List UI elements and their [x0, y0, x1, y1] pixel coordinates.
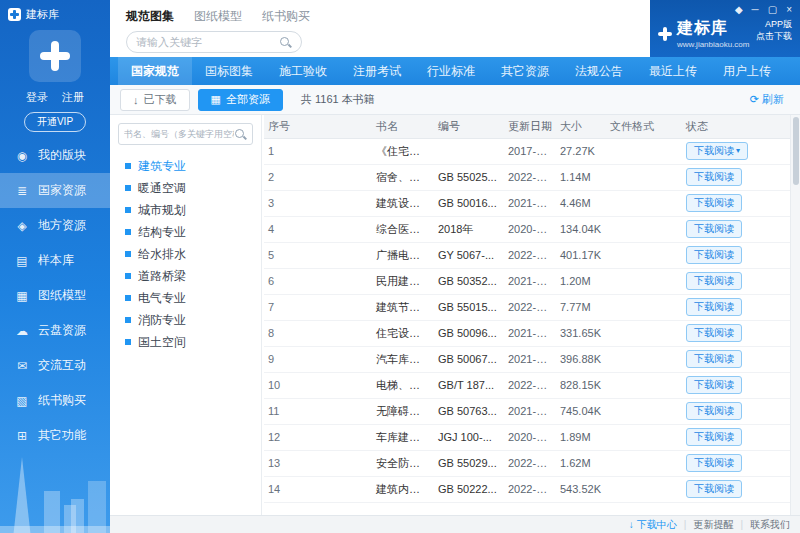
download-read-button[interactable]: 下载阅读 ▾	[686, 142, 748, 160]
sidebar-item-label: 其它功能	[38, 427, 86, 444]
download-read-button[interactable]: 下载阅读 ▾	[686, 168, 742, 186]
scrollbar-thumb[interactable]	[793, 117, 799, 185]
table-row[interactable]: 8 住宅设计规范[附条文说明] GB 50096... 2021-07-05 3…	[264, 320, 790, 346]
table-row[interactable]: 4 综合医院建设标准（征求意见稿） 2018年 2020-01-09 134.0…	[264, 216, 790, 242]
cell-title: 安全防范工程通用规范（住建部公开版）	[372, 450, 434, 476]
cell-format	[606, 242, 682, 268]
downloaded-tab-button[interactable]: ↓ 已下载	[120, 89, 190, 111]
download-center-link[interactable]: ↓ 下载中心	[629, 518, 677, 532]
download-icon: ↓	[629, 519, 634, 530]
search-icon[interactable]	[234, 128, 247, 141]
category-item[interactable]: 暖通空调	[125, 177, 253, 199]
table-row[interactable]: 9 汽车库、修车库、停车场设计防火规范[附条文说明] GB 50067... 2…	[264, 346, 790, 372]
table-row[interactable]: 13 安全防范工程通用规范（住建部公开版） GB 55029... 2022-0…	[264, 450, 790, 476]
search-icon[interactable]	[279, 36, 292, 49]
category-bullet-icon	[125, 185, 131, 191]
sidebar-item[interactable]: ▧ 纸书购买	[0, 383, 110, 418]
download-read-button[interactable]: 下载阅读 ▾	[686, 298, 742, 316]
category-nav-item[interactable]: 注册考试	[340, 57, 414, 85]
category-nav-item[interactable]: 其它资源	[488, 57, 562, 85]
cell-index: 7	[264, 294, 372, 320]
global-search-input[interactable]	[136, 36, 279, 48]
sidebar-nav: ◉ 我的版块 ≣ 国家资源 ◈ 地方资源 ▤ 样本库	[0, 138, 110, 453]
download-read-button[interactable]: 下载阅读 ▾	[686, 194, 742, 212]
download-read-button[interactable]: 下载阅读 ▾	[686, 480, 742, 498]
download-read-button[interactable]: 下载阅读 ▾	[686, 428, 742, 446]
download-read-button[interactable]: 下载阅读 ▾	[686, 376, 742, 394]
all-resources-tab-button[interactable]: ▦ 全部资源	[198, 89, 283, 111]
category-item[interactable]: 城市规划	[125, 199, 253, 221]
register-link[interactable]: 注册	[62, 90, 84, 105]
contact-us-link[interactable]: 联系我们	[750, 518, 790, 532]
book-search-input[interactable]	[124, 129, 234, 139]
category-nav-item[interactable]: 国标图集	[192, 57, 266, 85]
category-bullet-icon	[125, 229, 131, 235]
open-vip-button[interactable]: 开通VIP	[24, 112, 86, 132]
table-row[interactable]: 5 广播电视建筑设计防火规范[附条文说明] GY 5067-... 2022-0…	[264, 242, 790, 268]
category-nav: 国家规范 国标图集 施工验收 注册考试 行业标准 其它资源 法规公告 最近上传 …	[110, 57, 800, 85]
maximize-button[interactable]: ▢	[768, 5, 777, 15]
cell-title: 车库建筑设计规范[附条文说明]	[372, 424, 434, 450]
download-app-link[interactable]: 点击下载	[756, 31, 792, 43]
table-row[interactable]: 12 车库建筑设计规范[附条文说明] JGJ 100-... 2020-09-2…	[264, 424, 790, 450]
download-read-button[interactable]: 下载阅读 ▾	[686, 324, 742, 342]
category-item[interactable]: 道路桥梁	[125, 265, 253, 287]
apps-grid-icon[interactable]: ◆	[735, 5, 743, 15]
sidebar-item[interactable]: ⊞ 其它功能	[0, 418, 110, 453]
category-nav-item[interactable]: 用户上传	[710, 57, 784, 85]
table-row[interactable]: 6 民用建筑设计统一标准[附条文说明] GB 50352... 2021-06-…	[264, 268, 790, 294]
sidebar-item-icon: ▤	[15, 254, 29, 268]
close-button[interactable]: ×	[786, 5, 792, 15]
cell-date: 2022-04-12	[504, 450, 556, 476]
table-row[interactable]: 3 建筑设计防火规范[附条文说明] GB 50016... 2021-06-30…	[264, 190, 790, 216]
sidebar-item[interactable]: ▦ 图纸模型	[0, 278, 110, 313]
table-row[interactable]: 1 《住宅设计规范》GB 50096-2011局部修订条文及具... 2017-…	[264, 138, 790, 164]
cell-status: 下载阅读 ▾	[682, 242, 790, 268]
category-item[interactable]: 消防专业	[125, 309, 253, 331]
category-item[interactable]: 给水排水	[125, 243, 253, 265]
vertical-scrollbar[interactable]	[790, 115, 800, 515]
table-row[interactable]: 14 建筑内部装修设计防火规范[附条文说明] GB 50222... 2022-…	[264, 476, 790, 502]
cell-code: GB 50222...	[434, 476, 504, 502]
category-item[interactable]: 国土空间	[125, 331, 253, 353]
book-table: 序号 书名 编号 更新日期 大小 文件格式	[264, 115, 790, 503]
category-item[interactable]: 电气专业	[125, 287, 253, 309]
download-read-button[interactable]: 下载阅读 ▾	[686, 220, 742, 238]
minimize-button[interactable]: ─	[752, 5, 759, 15]
category-nav-item[interactable]: 行业标准	[414, 57, 488, 85]
download-read-button[interactable]: 下载阅读 ▾	[686, 402, 742, 420]
table-row[interactable]: 2 宿舍、旅馆建筑项目规范（住建部公开版） GB 55025... 2022-0…	[264, 164, 790, 190]
mode-tab[interactable]: 纸书购买	[262, 8, 310, 25]
mode-tab[interactable]: 图纸模型	[194, 8, 242, 25]
download-read-button[interactable]: 下载阅读 ▾	[686, 454, 742, 472]
category-label: 消防专业	[138, 312, 186, 329]
download-read-button[interactable]: 下载阅读 ▾	[686, 350, 742, 368]
cell-format	[606, 320, 682, 346]
sidebar-item[interactable]: ▤ 样本库	[0, 243, 110, 278]
category-nav-item[interactable]: 法规公告	[562, 57, 636, 85]
category-item[interactable]: 结构专业	[125, 221, 253, 243]
category-nav-item[interactable]: 最近上传	[636, 57, 710, 85]
sidebar-item[interactable]: ≣ 国家资源	[0, 173, 110, 208]
table-row[interactable]: 7 建筑节能与可再生能源利用通用规范[附条文说明] GB 55015... 20…	[264, 294, 790, 320]
table-row[interactable]: 11 无障碍设计规范[附条文说明] GB 50763... 2021-03-26…	[264, 398, 790, 424]
table-row[interactable]: 10 电梯、自动扶梯和自动人行道维修规范 GB/T 187... 2022-07…	[264, 372, 790, 398]
download-read-button[interactable]: 下载阅读 ▾	[686, 246, 742, 264]
cell-index: 10	[264, 372, 372, 398]
mode-tab[interactable]: 规范图集	[126, 8, 174, 25]
window-controls: ◆ ─ ▢ ×	[658, 3, 792, 16]
category-nav-item[interactable]: 施工验收	[266, 57, 340, 85]
sidebar-item[interactable]: ◈ 地方资源	[0, 208, 110, 243]
sidebar-item[interactable]: ◉ 我的版块	[0, 138, 110, 173]
login-link[interactable]: 登录	[26, 90, 48, 105]
download-read-button[interactable]: 下载阅读 ▾	[686, 272, 742, 290]
category-item[interactable]: 建筑专业	[125, 155, 253, 177]
cell-size: 1.14M	[556, 164, 606, 190]
cell-status: 下载阅读 ▾	[682, 268, 790, 294]
titlebar: 规范图集 图纸模型 纸书购买 ◆ ─ ▢ ×	[110, 0, 800, 57]
sidebar-item[interactable]: ☁ 云盘资源	[0, 313, 110, 348]
update-reminder-link[interactable]: 更新提醒	[693, 518, 733, 532]
sidebar-item[interactable]: ✉ 交流互动	[0, 348, 110, 383]
refresh-button[interactable]: ⟳ 刷新	[750, 92, 790, 107]
category-nav-item[interactable]: 国家规范	[118, 57, 192, 85]
